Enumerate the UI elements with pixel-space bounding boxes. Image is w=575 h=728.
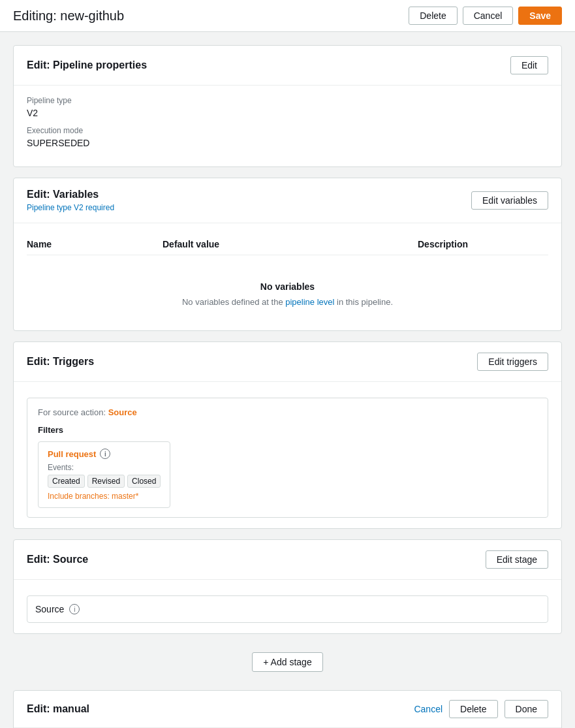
filter-events-label: Events: [48,463,161,472]
filter-card-title: Pull request i [48,449,161,459]
source-stage-body: Source i [14,580,561,633]
top-bar: Editing: new-github Delete Cancel Save [0,0,575,32]
pull-request-info-icon[interactable]: i [100,449,110,459]
vars-table-header: Name Default value Description [27,234,548,255]
source-stage-title: Edit: Source [27,554,88,565]
filters-label: Filters [38,425,537,435]
triggers-card: Edit: Triggers Edit triggers For source … [13,341,562,529]
no-variables-title: No variables [27,281,548,292]
event-tag-revised: Revised [87,475,125,488]
manual-stage-header: Edit: manual Cancel Delete Done [14,691,561,728]
variables-subtitle: Pipeline type V2 required [27,203,114,212]
pipeline-properties-body: Pipeline type V2 Execution mode SUPERSED… [14,86,561,166]
page-content: Edit: Pipeline properties Edit Pipeline … [0,32,575,728]
edit-triggers-button[interactable]: Edit triggers [477,353,548,371]
execution-mode-value: SUPERSEDED [27,138,548,148]
manual-done-button[interactable]: Done [505,700,548,718]
source-info-icon[interactable]: i [69,604,80,614]
pipeline-type-value: V2 [27,108,548,118]
manual-stage-actions: Cancel Delete Done [414,700,548,718]
add-stage-label: + Add stage [263,657,311,667]
filter-events-tags: Created Revised Closed [48,475,161,488]
source-stage-header: Edit: Source Edit stage [14,540,561,580]
page-title: Editing: new-github [13,8,124,24]
pipeline-properties-header: Edit: Pipeline properties Edit [14,46,561,86]
add-stage-button[interactable]: + Add stage [252,652,322,672]
trigger-box: For source action: Source Filters Pull r… [27,398,548,518]
pipeline-properties-card: Edit: Pipeline properties Edit Pipeline … [13,45,562,167]
edit-source-stage-button[interactable]: Edit stage [486,550,548,569]
col-description: Description [418,239,548,249]
manual-cancel-button[interactable]: Cancel [414,704,443,714]
cancel-button[interactable]: Cancel [463,7,514,25]
edit-variables-button[interactable]: Edit variables [471,191,548,210]
top-bar-actions: Delete Cancel Save [409,7,562,25]
filter-branches: Include branches: master* [48,492,161,501]
edit-pipeline-properties-button[interactable]: Edit [510,56,548,74]
col-default: Default value [163,239,412,249]
event-tag-created: Created [48,475,85,488]
manual-stage-title: Edit: manual [27,703,89,715]
branches-value: master* [112,492,138,501]
execution-mode-label: Execution mode [27,126,548,135]
no-variables-description: No variables defined at the pipeline lev… [27,297,548,307]
trigger-source-name: Source [108,407,137,417]
manual-delete-button[interactable]: Delete [449,700,497,718]
add-stage-container: + Add stage [13,644,562,680]
manual-stage-card: Edit: manual Cancel Delete Done Add entr… [13,690,562,728]
variables-header: Edit: Variables Pipeline type V2 require… [14,178,561,223]
variables-body: Name Default value Description No variab… [14,223,561,330]
event-tag-closed: Closed [127,475,161,488]
delete-button[interactable]: Delete [409,7,457,25]
triggers-title: Edit: Triggers [27,356,94,368]
trigger-source-label: For source action: Source [38,407,537,417]
triggers-body: For source action: Source Filters Pull r… [14,382,561,528]
source-item-label: Source [35,604,64,614]
filter-card: Pull request i Events: Created Revised C… [38,441,170,508]
save-button[interactable]: Save [518,7,562,25]
col-name: Name [27,239,157,249]
variables-header-left: Edit: Variables Pipeline type V2 require… [27,189,114,212]
triggers-header: Edit: Triggers Edit triggers [14,342,561,382]
pipeline-properties-title: Edit: Pipeline properties [27,59,147,71]
pipeline-level-link[interactable]: pipeline level [285,297,334,307]
source-item: Source i [27,595,548,623]
variables-card: Edit: Variables Pipeline type V2 require… [13,178,562,331]
variables-title: Edit: Variables [27,189,99,200]
no-variables-state: No variables No variables defined at the… [27,268,548,320]
pipeline-type-label: Pipeline type [27,96,548,105]
source-stage-card: Edit: Source Edit stage Source i [13,539,562,634]
